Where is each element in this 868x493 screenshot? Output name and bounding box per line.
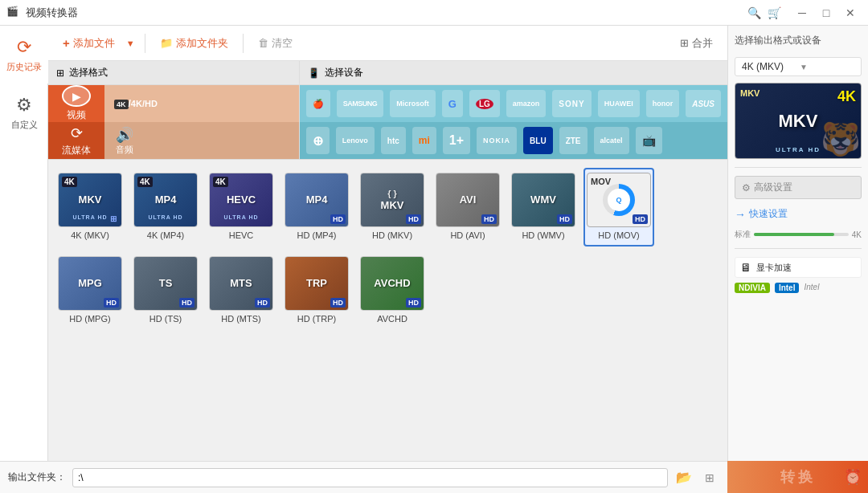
close-button[interactable]: ✕ <box>839 4 862 22</box>
output-folder-input[interactable] <box>72 468 668 487</box>
app-icon: 🎬 <box>6 6 21 20</box>
stream-format-btn[interactable]: ⟳ 流媒体 <box>48 122 104 159</box>
format-label-hd-mp4: HD (MP4) <box>297 230 337 240</box>
blu-btn[interactable]: BLU <box>523 127 553 154</box>
tv-btn[interactable]: 📺 <box>636 127 662 154</box>
format-thumb-hevc: HEVC ULTRA HD 4K <box>209 173 273 227</box>
format-item-4k-mkv[interactable]: MKV ULTRA HD 4K ⊞ 4K (MKV) <box>55 168 125 246</box>
add-file-dropdown[interactable]: ▼ <box>125 35 137 51</box>
advanced-settings-button[interactable]: ⚙ 高级设置 <box>735 176 862 199</box>
quality-slider-row: 标准 4K <box>735 229 862 240</box>
format-item-hd-mts[interactable]: MTS HD HD (MTS) <box>206 251 276 330</box>
honor-btn[interactable]: honor <box>646 90 680 117</box>
maximize-button[interactable]: □ <box>815 4 837 22</box>
format-label-hd-ts: HD (TS) <box>149 314 182 324</box>
format-thumb-hd-wmv: WMV HD <box>511 173 575 227</box>
video-format-content: 4K/4K/HD <box>104 85 299 122</box>
folder-browse-button[interactable]: 📂 <box>674 468 694 487</box>
device-panel: 📱 选择设备 🍎 SAMSUNG Microsoft G LG amazon S… <box>299 61 727 159</box>
format-thumb-hd-avi: AVI HD <box>436 173 500 227</box>
preview-format-text: MKV <box>779 111 818 132</box>
format-item-hevc[interactable]: HEVC ULTRA HD 4K HEVC <box>206 168 276 246</box>
format-item-hd-avi[interactable]: AVI HD HD (AVI) <box>432 168 503 246</box>
microsoft-btn[interactable]: Microsoft <box>390 90 436 117</box>
oneplus-btn[interactable]: 1+ <box>443 127 470 154</box>
cart-icon[interactable]: 🛒 <box>768 6 781 19</box>
device-panel-title: 选择设备 <box>325 66 363 79</box>
add-file-button[interactable]: + 添加文件 <box>56 33 121 54</box>
format-panel-icon: ⊞ <box>56 67 64 79</box>
format-thumb-hd-mkv: { } MKV HD <box>360 173 424 227</box>
convert-area[interactable]: 转换 ⏰ <box>727 461 868 493</box>
clear-button[interactable]: 🗑 清空 <box>252 33 299 54</box>
format-panel-header: ⊞ 选择格式 <box>48 61 299 85</box>
history-icon: ⟳ <box>17 37 31 58</box>
format-label-avchd: AVCHD <box>377 314 407 324</box>
huawei-btn[interactable]: HUAWEI <box>598 90 640 117</box>
google-btn[interactable]: G <box>442 90 463 117</box>
intel-badge: Intel <box>775 283 800 293</box>
format-panel: ⊞ 选择格式 ▶ 视频 4K/4K/HD <box>48 61 299 159</box>
audio-btn[interactable]: 🔊 音频 <box>109 125 140 156</box>
sidebar-item-history[interactable]: ⟳ 历史记录 <box>0 26 48 84</box>
format-thumb-4k-mp4: MP4 ULTRA HD 4K <box>133 173 198 227</box>
format-item-hd-mov[interactable]: MOV Q HD HD (MOV) <box>583 168 654 246</box>
device-row-2: ⊕ Lenovo htc mi 1+ NOKIA BLU ZTE alcatel… <box>300 122 727 159</box>
format-thumb-hd-mov: MOV Q HD <box>587 173 651 227</box>
format-item-avchd[interactable]: AVCHD HD AVCHD <box>357 251 428 330</box>
format-item-4k-mp4[interactable]: MP4 ULTRA HD 4K 4K (MP4) <box>130 168 201 246</box>
format-label-hd-trp: HD (TRP) <box>297 314 336 324</box>
samsung-btn[interactable]: SAMSUNG <box>337 90 384 117</box>
format-item-hd-mkv[interactable]: { } MKV HD HD (MKV) <box>357 168 428 246</box>
htc-btn[interactable]: htc <box>381 127 406 154</box>
format-preview: MKV 4K MKV ULTRA HD 🐯 <box>735 83 862 159</box>
mi-btn[interactable]: mi <box>412 127 436 154</box>
quality-min-label: 标准 <box>735 229 751 240</box>
output-format-selector[interactable]: 4K (MKV) ▼ <box>735 57 862 76</box>
motorola-btn[interactable]: ⊕ <box>306 127 330 154</box>
sidebar-item-custom[interactable]: ⚙ 自定义 <box>0 84 48 141</box>
advanced-settings-label: 高级设置 <box>754 181 792 194</box>
intel-label: Intel <box>804 283 819 293</box>
4k-hd-label: 4K/4K/HD <box>114 98 158 109</box>
tiger-decoration: 🐯 <box>821 120 861 158</box>
device-panel-header: 📱 选择设备 <box>300 61 727 85</box>
amazon-btn[interactable]: amazon <box>506 90 547 117</box>
folder-action-button[interactable]: ⊞ <box>700 468 719 487</box>
4k-hd-btn[interactable]: 4K/4K/HD <box>109 88 162 119</box>
zte-btn[interactable]: ZTE <box>559 127 588 154</box>
format-thumb-hd-mts: MTS HD <box>209 256 273 311</box>
video-format-btn[interactable]: ▶ 视频 <box>48 85 104 122</box>
custom-label: 自定义 <box>11 119 38 131</box>
gpu-label: 显卡加速 <box>756 262 792 274</box>
quick-settings-button[interactable]: → 快速设置 <box>735 206 862 222</box>
nokia-btn[interactable]: NOKIA <box>477 127 517 154</box>
format-label-hd-mpg: HD (MPG) <box>69 314 110 324</box>
sony-btn[interactable]: SONY <box>552 90 591 117</box>
asus-btn[interactable]: ASUS <box>686 90 721 117</box>
lenovo-btn[interactable]: Lenovo <box>336 127 375 154</box>
format-item-hd-mp4[interactable]: MP4 HD HD (MP4) <box>281 168 352 246</box>
divider-2 <box>735 248 862 249</box>
output-folder-label: 输出文件夹： <box>8 471 66 484</box>
sidebar: ⟳ 历史记录 ⚙ 自定义 <box>0 26 48 493</box>
lg-btn[interactable]: LG <box>469 90 500 117</box>
add-folder-label: 添加文件夹 <box>176 36 228 51</box>
alcatel-btn[interactable]: alcatel <box>594 127 629 154</box>
format-label-hd-mkv: HD (MKV) <box>372 230 412 240</box>
format-item-hd-mpg[interactable]: MPG HD HD (MPG) <box>55 251 125 330</box>
audio-icon: 🔊 <box>116 126 133 144</box>
right-panel-title: 选择输出格式或设备 <box>735 34 862 47</box>
app-title: 视频转换器 <box>26 6 747 20</box>
add-folder-button[interactable]: 📁 添加文件夹 <box>154 33 235 54</box>
apple-btn[interactable]: 🍎 <box>306 90 330 117</box>
minimize-button[interactable]: ─ <box>791 4 813 22</box>
search-icon[interactable]: 🔍 <box>747 6 761 19</box>
gpu-section: 🖥 显卡加速 NDIVIA Intel Intel <box>735 257 862 295</box>
quality-slider[interactable] <box>754 233 849 236</box>
format-item-hd-ts[interactable]: TS HD HD (TS) <box>130 251 201 330</box>
format-device-area: ⊞ 选择格式 ▶ 视频 4K/4K/HD <box>48 61 727 160</box>
merge-button[interactable]: ⊞ 合并 <box>674 33 719 54</box>
format-item-hd-trp[interactable]: TRP HD HD (TRP) <box>281 251 352 330</box>
format-item-hd-wmv[interactable]: WMV HD HD (WMV) <box>508 168 579 246</box>
